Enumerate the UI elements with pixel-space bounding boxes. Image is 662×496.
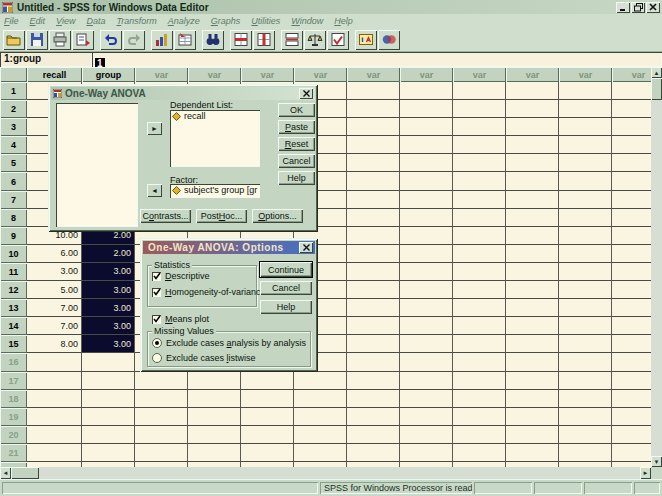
grid-cell[interactable]	[400, 426, 453, 444]
horizontal-scroll-thumb[interactable]	[11, 467, 39, 479]
grid-cell[interactable]	[612, 335, 651, 353]
grid-cell[interactable]	[188, 372, 241, 390]
row-header[interactable]: 5	[0, 154, 27, 172]
grid-cell[interactable]: 7.00	[27, 299, 82, 317]
row-header[interactable]: 1	[0, 82, 27, 100]
help-button[interactable]: Help	[278, 171, 315, 185]
value-labels-button[interactable]	[355, 30, 377, 50]
menu-view[interactable]: View	[56, 16, 75, 26]
grid-cell[interactable]	[612, 444, 651, 462]
grid-cell[interactable]	[453, 372, 506, 390]
options-button[interactable]: Options...	[252, 209, 303, 223]
grid-cell[interactable]	[294, 426, 347, 444]
options-cancel-button[interactable]: Cancel	[260, 281, 312, 295]
grid-cell[interactable]	[559, 353, 612, 371]
grid-cell[interactable]	[400, 372, 453, 390]
row-header[interactable]: 18	[0, 390, 27, 408]
contrasts-button[interactable]: Contrasts...	[140, 209, 191, 223]
grid-cell[interactable]: 3.00	[82, 317, 135, 335]
exclude-listwise-radio[interactable]	[152, 353, 162, 363]
dialog-recall-button[interactable]	[72, 30, 94, 50]
grid-cell[interactable]	[453, 227, 506, 245]
homogeneity-checkbox-row[interactable]: Homogeneity-of-variance	[152, 287, 266, 297]
grid-cell[interactable]	[347, 353, 400, 371]
grid-cell[interactable]	[347, 263, 400, 281]
menu-edit[interactable]: Edit	[30, 16, 46, 26]
weight-cases-button[interactable]	[304, 30, 326, 50]
grid-cell[interactable]	[400, 82, 453, 100]
menu-help[interactable]: Help	[334, 16, 353, 26]
grid-cell[interactable]	[347, 209, 400, 227]
grid-cell[interactable]	[27, 390, 82, 408]
grid-cell[interactable]	[612, 263, 651, 281]
grid-cell[interactable]	[612, 100, 651, 118]
grid-cell[interactable]	[559, 191, 612, 209]
grid-cell[interactable]	[241, 444, 294, 462]
grid-cell[interactable]	[135, 408, 188, 426]
grid-cell[interactable]: 3.00	[82, 335, 135, 353]
grid-cell[interactable]	[241, 372, 294, 390]
grid-cell[interactable]	[400, 390, 453, 408]
grid-cell[interactable]	[506, 372, 559, 390]
grid-cell[interactable]	[400, 245, 453, 263]
grid-cell[interactable]	[559, 281, 612, 299]
continue-button[interactable]: Continue	[260, 262, 312, 277]
grid-cell[interactable]	[506, 154, 559, 172]
grid-cell[interactable]	[506, 82, 559, 100]
anova-close-button[interactable]	[299, 88, 313, 99]
grid-cell[interactable]	[27, 353, 82, 371]
grid-cell[interactable]	[453, 317, 506, 335]
grid-cell[interactable]	[506, 191, 559, 209]
move-to-factor-button[interactable]: ◄	[147, 184, 162, 197]
grid-cell[interactable]	[135, 390, 188, 408]
grid-cell[interactable]	[27, 408, 82, 426]
grid-cell[interactable]	[241, 426, 294, 444]
row-header[interactable]: 14	[0, 317, 27, 335]
grid-cell[interactable]	[559, 263, 612, 281]
column-header-var[interactable]: var	[188, 67, 241, 82]
row-header[interactable]: 2	[0, 100, 27, 118]
grid-cell[interactable]	[347, 408, 400, 426]
insert-variable-button[interactable]	[253, 30, 275, 50]
grid-cell[interactable]	[453, 209, 506, 227]
row-header[interactable]: 12	[0, 281, 27, 299]
grid-cell[interactable]	[506, 317, 559, 335]
redo-button[interactable]	[123, 30, 145, 50]
grid-cell[interactable]: 5.00	[27, 281, 82, 299]
grid-cell[interactable]	[241, 408, 294, 426]
grid-cell[interactable]	[347, 118, 400, 136]
grid-cell[interactable]: 8.00	[27, 335, 82, 353]
grid-cell[interactable]	[453, 335, 506, 353]
grid-cell[interactable]	[347, 317, 400, 335]
row-header[interactable]: 10	[0, 245, 27, 263]
grid-cell[interactable]	[559, 372, 612, 390]
grid-cell[interactable]	[559, 209, 612, 227]
row-header[interactable]: 3	[0, 118, 27, 136]
grid-cell[interactable]	[347, 82, 400, 100]
insert-case-button[interactable]	[230, 30, 252, 50]
grid-cell[interactable]	[82, 353, 135, 371]
grid-cell[interactable]	[612, 372, 651, 390]
column-header-recall[interactable]: recall	[27, 67, 82, 82]
column-header-var[interactable]: var	[559, 67, 612, 82]
grid-cell[interactable]: 3.00	[27, 263, 82, 281]
descriptive-checkbox[interactable]	[152, 272, 161, 281]
grid-cell[interactable]	[453, 172, 506, 190]
grid-cell[interactable]	[188, 444, 241, 462]
grid-cell[interactable]	[82, 372, 135, 390]
grid-cell[interactable]	[135, 426, 188, 444]
grid-cell[interactable]	[612, 426, 651, 444]
grid-cell[interactable]	[400, 172, 453, 190]
grid-cell[interactable]	[453, 281, 506, 299]
goto-case-button[interactable]	[174, 30, 196, 50]
row-header[interactable]: 16	[0, 353, 27, 371]
column-header-var[interactable]: var	[241, 67, 294, 82]
paste-button[interactable]: Paste	[278, 120, 315, 134]
grid-cell[interactable]	[400, 299, 453, 317]
menu-utilities[interactable]: Utilities	[251, 16, 280, 26]
grid-cell[interactable]	[347, 245, 400, 263]
grid-cell[interactable]	[347, 281, 400, 299]
grid-cell[interactable]	[27, 372, 82, 390]
cell-edit-field[interactable]: 1	[92, 52, 662, 67]
goto-chart-button[interactable]	[151, 30, 173, 50]
